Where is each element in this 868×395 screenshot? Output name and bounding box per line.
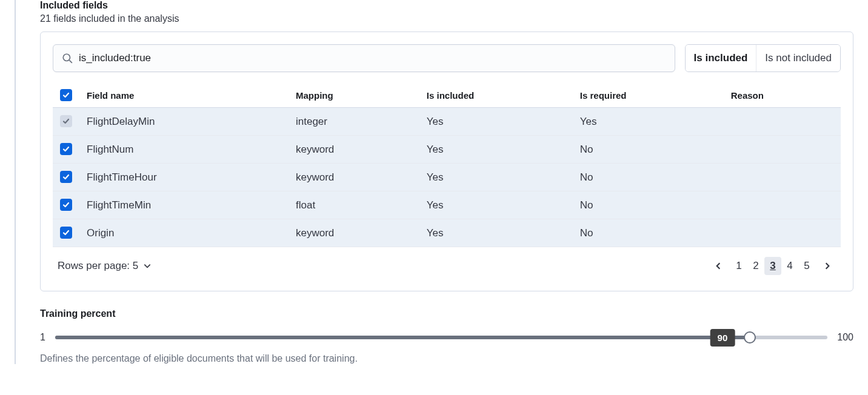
page-prev[interactable]: [710, 257, 727, 275]
included-cell: Yes: [419, 164, 573, 191]
page-5[interactable]: 5: [798, 257, 815, 275]
mapping-cell: float: [289, 191, 419, 219]
chevron-left-icon: [714, 262, 723, 270]
table-row: FlightTimeHourkeywordYesNo: [53, 164, 841, 191]
page-4[interactable]: 4: [781, 257, 798, 275]
training-slider[interactable]: 90: [55, 331, 827, 344]
mapping-cell: keyword: [289, 164, 419, 191]
mapping-cell: keyword: [289, 219, 419, 247]
chevron-down-icon: [143, 262, 152, 270]
training-section: Training percent 1 90 100 Defines the pe…: [40, 308, 853, 364]
svg-point-0: [63, 54, 70, 61]
required-cell: No: [573, 136, 724, 164]
required-cell: No: [573, 164, 724, 191]
reason-cell: [724, 108, 841, 136]
page-1[interactable]: 1: [730, 257, 747, 275]
fields-panel: Is included Is not included Field name M…: [40, 32, 853, 291]
included-cell: Yes: [419, 136, 573, 164]
table-row: OriginkeywordYesNo: [53, 219, 841, 247]
filter-is-not-included[interactable]: Is not included: [756, 45, 840, 71]
field-name-cell: FlightTimeHour: [79, 164, 289, 191]
page-2[interactable]: 2: [747, 257, 764, 275]
chevron-right-icon: [823, 262, 832, 270]
required-cell: No: [573, 191, 724, 219]
included-cell: Yes: [419, 108, 573, 136]
rows-per-page[interactable]: Rows per page: 5: [58, 260, 152, 272]
svg-line-1: [69, 60, 72, 63]
slider-max-label: 100: [837, 332, 853, 343]
slider-thumb[interactable]: [744, 331, 756, 344]
th-reason: Reason: [724, 83, 841, 108]
training-title: Training percent: [40, 308, 853, 319]
required-cell: Yes: [573, 108, 724, 136]
filter-is-included[interactable]: Is included: [686, 45, 756, 71]
reason-cell: [724, 219, 841, 247]
training-help-text: Defines the percentage of eligible docum…: [40, 353, 853, 364]
row-checkbox[interactable]: [60, 199, 72, 211]
field-name-cell: Origin: [79, 219, 289, 247]
section-subtitle: 21 fields included in the analysis: [40, 13, 853, 24]
th-is-required: Is required: [573, 83, 724, 108]
included-cell: Yes: [419, 191, 573, 219]
search-box[interactable]: [53, 44, 675, 72]
section-title: Included fields: [40, 0, 853, 11]
pagination: 12345: [710, 257, 836, 275]
fields-table: Field name Mapping Is included Is requir…: [53, 83, 841, 247]
search-icon: [62, 53, 73, 64]
table-row: FlightDelayMinintegerYesYes: [53, 108, 841, 136]
included-cell: Yes: [419, 219, 573, 247]
reason-cell: [724, 164, 841, 191]
th-field-name: Field name: [79, 83, 289, 108]
mapping-cell: integer: [289, 108, 419, 136]
th-is-included: Is included: [419, 83, 573, 108]
search-input[interactable]: [79, 52, 666, 64]
field-name-cell: FlightTimeMin: [79, 191, 289, 219]
row-checkbox: [60, 115, 72, 127]
table-row: FlightNumkeywordYesNo: [53, 136, 841, 164]
slider-fill: [55, 336, 750, 339]
th-mapping: Mapping: [289, 83, 419, 108]
required-cell: No: [573, 219, 724, 247]
mapping-cell: keyword: [289, 136, 419, 164]
page-next[interactable]: [819, 257, 836, 275]
row-checkbox[interactable]: [60, 143, 72, 155]
table-row: FlightTimeMinfloatYesNo: [53, 191, 841, 219]
filter-group: Is included Is not included: [685, 44, 841, 72]
slider-value-tooltip: 90: [710, 329, 735, 347]
row-checkbox[interactable]: [60, 227, 72, 239]
page-3[interactable]: 3: [764, 257, 781, 275]
select-all-checkbox[interactable]: [60, 89, 72, 101]
field-name-cell: FlightDelayMin: [79, 108, 289, 136]
slider-min-label: 1: [40, 332, 45, 343]
reason-cell: [724, 136, 841, 164]
row-checkbox[interactable]: [60, 171, 72, 183]
reason-cell: [724, 191, 841, 219]
field-name-cell: FlightNum: [79, 136, 289, 164]
rows-per-page-label: Rows per page: 5: [58, 260, 138, 272]
